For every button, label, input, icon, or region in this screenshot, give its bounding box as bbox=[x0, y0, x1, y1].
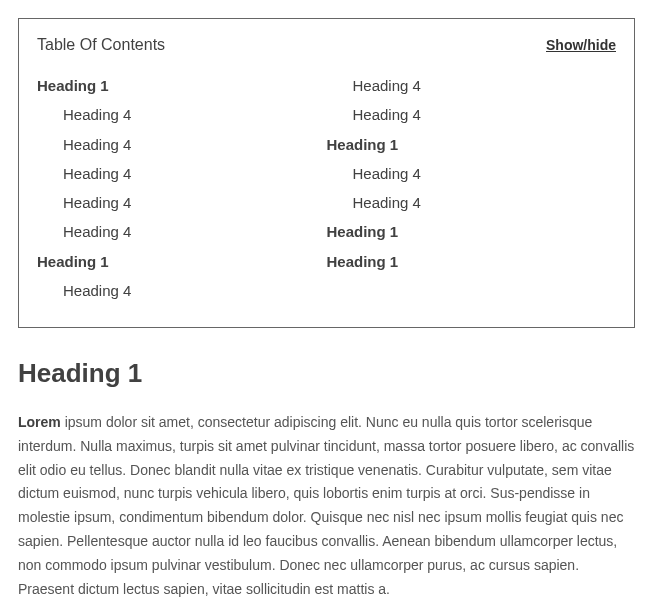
toc-item-heading-4[interactable]: Heading 4 bbox=[37, 276, 327, 305]
table-of-contents: Table Of Contents Show/hide Heading 1Hea… bbox=[18, 18, 635, 328]
toc-item-heading-1[interactable]: Heading 1 bbox=[327, 217, 617, 246]
body-paragraph: Lorem ipsum dolor sit amet, consectetur … bbox=[18, 411, 635, 601]
toc-toggle-link[interactable]: Show/hide bbox=[546, 35, 616, 56]
toc-item-heading-4[interactable]: Heading 4 bbox=[327, 100, 617, 129]
toc-header: Table Of Contents Show/hide bbox=[37, 33, 616, 57]
toc-item-heading-4[interactable]: Heading 4 bbox=[37, 100, 327, 129]
toc-item-heading-1[interactable]: Heading 1 bbox=[327, 247, 617, 276]
toc-item-heading-4[interactable]: Heading 4 bbox=[37, 188, 327, 217]
toc-item-heading-4[interactable]: Heading 4 bbox=[327, 71, 617, 100]
toc-columns: Heading 1Heading 4Heading 4Heading 4Head… bbox=[37, 71, 616, 305]
page-heading: Heading 1 bbox=[18, 354, 635, 393]
toc-item-heading-1[interactable]: Heading 1 bbox=[37, 247, 327, 276]
lead-word: Lorem bbox=[18, 414, 61, 430]
toc-item-heading-1[interactable]: Heading 1 bbox=[37, 71, 327, 100]
body-text-content: ipsum dolor sit amet, consectetur adipis… bbox=[18, 414, 634, 597]
toc-title: Table Of Contents bbox=[37, 33, 165, 57]
toc-item-heading-4[interactable]: Heading 4 bbox=[37, 217, 327, 246]
toc-item-heading-4[interactable]: Heading 4 bbox=[327, 159, 617, 188]
toc-column-left: Heading 1Heading 4Heading 4Heading 4Head… bbox=[37, 71, 327, 305]
toc-item-heading-4[interactable]: Heading 4 bbox=[37, 130, 327, 159]
toc-item-heading-4[interactable]: Heading 4 bbox=[37, 159, 327, 188]
toc-item-heading-1[interactable]: Heading 1 bbox=[327, 130, 617, 159]
toc-item-heading-4[interactable]: Heading 4 bbox=[327, 188, 617, 217]
toc-column-right: Heading 4Heading 4Heading 1Heading 4Head… bbox=[327, 71, 617, 305]
